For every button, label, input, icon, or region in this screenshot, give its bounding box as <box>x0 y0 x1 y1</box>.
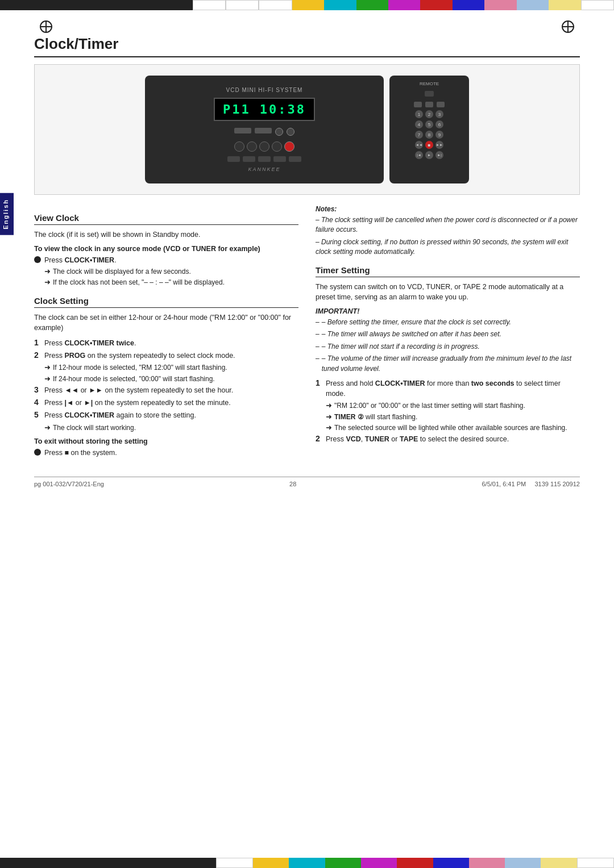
btm-pink <box>469 858 505 868</box>
color-seg-cyan <box>324 0 356 10</box>
clock-setting-body: The clock can be set in either 12-hour o… <box>34 312 298 334</box>
clock-step5-text: Press CLOCK•TIMER again to store the set… <box>44 410 196 420</box>
color-seg-5 <box>128 0 160 10</box>
btm-lightyellow <box>541 858 576 868</box>
view-clock-subheading: To view the clock in any source mode (VC… <box>34 245 298 253</box>
reg-marks <box>34 20 580 33</box>
btm-seg-6 <box>180 858 215 868</box>
page-title: Clock/Timer <box>34 35 580 57</box>
timer-imp4: – – The volume of the timer will increas… <box>316 354 580 374</box>
color-seg-white2 <box>226 0 259 10</box>
arrow-icon-1: ➜ <box>44 267 51 276</box>
left-column: View Clock The clock (if it is set) will… <box>34 205 298 460</box>
color-seg-pink <box>484 0 516 10</box>
color-seg-white <box>193 0 226 10</box>
clock-step3-text: Press ◄◄ or ►► on the system repeatedly … <box>44 385 233 395</box>
color-seg-3 <box>64 0 96 10</box>
clock-step-2: 2 Press PROG on the system repeatedly to… <box>34 350 298 361</box>
clock-step2-arrow1: ➜ If 12-hour mode is selected, "RM 12:00… <box>44 363 298 373</box>
clock-step-3: 3 Press ◄◄ or ►► on the system repeatedl… <box>34 385 298 395</box>
notes-note2: – During clock setting, if no button is … <box>316 237 580 257</box>
btm-seg-2 <box>36 858 72 868</box>
page-footer: pg 001-032/V720/21-Eng 28 6/5/01, 6:41 P… <box>34 477 580 487</box>
main-content: View Clock The clock (if it is set) will… <box>34 205 580 460</box>
arrow-icon-4: ➜ <box>44 374 51 383</box>
btm-yellow <box>253 858 289 868</box>
color-seg-white3 <box>259 0 292 10</box>
timer-setting-title: Timer Setting <box>316 265 580 277</box>
btm-seg-1 <box>0 858 36 868</box>
btm-white <box>216 858 253 868</box>
reg-mark-left <box>40 20 52 33</box>
color-bar-top <box>0 0 614 10</box>
color-seg-1 <box>0 0 32 10</box>
timer-imp2: – – The timer will always be switched on… <box>316 329 580 339</box>
arrow-icon-3: ➜ <box>44 363 51 372</box>
timer-imp3: – – The timer will not start if a record… <box>316 342 580 352</box>
color-seg-blue <box>453 0 484 10</box>
notes-note1: – The clock setting will be cancelled wh… <box>316 215 580 235</box>
timer-step2-text: Press VCD, TUNER or TAPE to select the d… <box>326 434 509 444</box>
clock-step-4: 4 Press |◄ or ►| on the system repeatedl… <box>34 398 298 408</box>
device-display: P11 10:38 <box>214 98 315 121</box>
clock-step-1: 1 Press CLOCK•TIMER twice. <box>34 338 298 348</box>
view-clock-body: The clock (if it is set) will be shown i… <box>34 229 298 240</box>
exit-bullet: Press ■ on the system. <box>34 448 298 458</box>
color-seg-yellow <box>292 0 324 10</box>
footer-code: 3139 115 20912 <box>534 481 580 487</box>
color-seg-red <box>420 0 452 10</box>
color-seg-2 <box>32 0 64 10</box>
timer-imp1: – – Before setting the timer, ensure tha… <box>316 318 580 327</box>
important-label: IMPORTANT! <box>316 307 580 315</box>
footer-left: pg 001-032/V720/21-Eng <box>34 481 104 487</box>
remote-unit: REMOTE 1 2 3 4 5 6 7 8 9 <box>389 76 469 183</box>
notes-label: Notes: <box>316 205 580 213</box>
view-clock-title: View Clock <box>34 213 298 225</box>
arrow-icon-2: ➜ <box>44 278 51 286</box>
clock-step2-arrow2: ➜ If 24-hour mode is selected, "00:00" w… <box>44 374 298 384</box>
timer-step-2: 2 Press VCD, TUNER or TAPE to select the… <box>316 434 580 444</box>
btm-seg-3 <box>72 858 108 868</box>
view-clock-bullet: Press CLOCK•TIMER. <box>34 255 298 265</box>
main-unit: VCD MINI HI-FI SYSTEM P11 10:38 <box>145 76 384 183</box>
timer-setting-body: The system can switch on to VCD, TUNER, … <box>316 282 580 303</box>
btm-seg-4 <box>108 858 144 868</box>
color-bar-bottom <box>0 858 614 868</box>
color-seg-white4 <box>581 0 614 10</box>
footer-date: 6/5/01, 6:41 PM <box>482 481 526 487</box>
timer-step1-arrow3: ➜ The selected source will be lighted wh… <box>326 423 580 433</box>
timer-step1-arrow2: ➜ TIMER ② will start flashing. <box>326 412 580 422</box>
btm-lightblue <box>505 858 541 868</box>
timer-step1-arrow1: ➜ "RM 12:00" or "00:00" or the last time… <box>326 401 580 411</box>
arrow-icon-6: ➜ <box>326 401 332 410</box>
color-seg-6 <box>160 0 192 10</box>
timer-step1-text: Press and hold CLOCK•TIMER for more than… <box>326 378 580 399</box>
clock-step1-text: Press CLOCK•TIMER twice. <box>44 338 136 348</box>
view-clock-press: Press CLOCK•TIMER. <box>44 255 117 265</box>
clock-step4-text: Press |◄ or ►| on the system repeatedly … <box>44 398 231 408</box>
color-seg-4 <box>96 0 128 10</box>
btm-green <box>325 858 361 868</box>
color-seg-green <box>356 0 388 10</box>
footer-center: 28 <box>289 481 296 487</box>
exit-bullet-icon <box>34 449 41 456</box>
timer-step-1: 1 Press and hold CLOCK•TIMER for more th… <box>316 378 580 399</box>
reg-mark-right <box>562 20 574 33</box>
arrow-icon-7: ➜ <box>326 412 332 421</box>
btm-white2 <box>577 858 614 868</box>
color-seg-lightyellow <box>549 0 580 10</box>
exit-text: Press ■ on the system. <box>44 448 117 458</box>
btm-cyan <box>289 858 325 868</box>
view-clock-arrow2: ➜ If the clock has not been set, "– – : … <box>44 278 298 287</box>
exit-heading: To exit without storing the setting <box>34 437 298 445</box>
device-image-area: VCD MINI HI-FI SYSTEM P11 10:38 <box>34 64 580 195</box>
page-outer: Clock/Timer VCD MINI HI-FI SYSTEM P11 10… <box>0 10 614 510</box>
bullet-icon <box>34 256 41 263</box>
btm-blue <box>433 858 469 868</box>
clock-step5-arrow: ➜ The clock will start working. <box>44 423 298 433</box>
color-seg-lightblue <box>517 0 549 10</box>
english-tab: English <box>0 193 14 235</box>
footer-right: 6/5/01, 6:41 PM 3139 115 20912 <box>482 481 580 487</box>
arrow-icon-8: ➜ <box>326 423 332 432</box>
btm-seg-5 <box>144 858 180 868</box>
